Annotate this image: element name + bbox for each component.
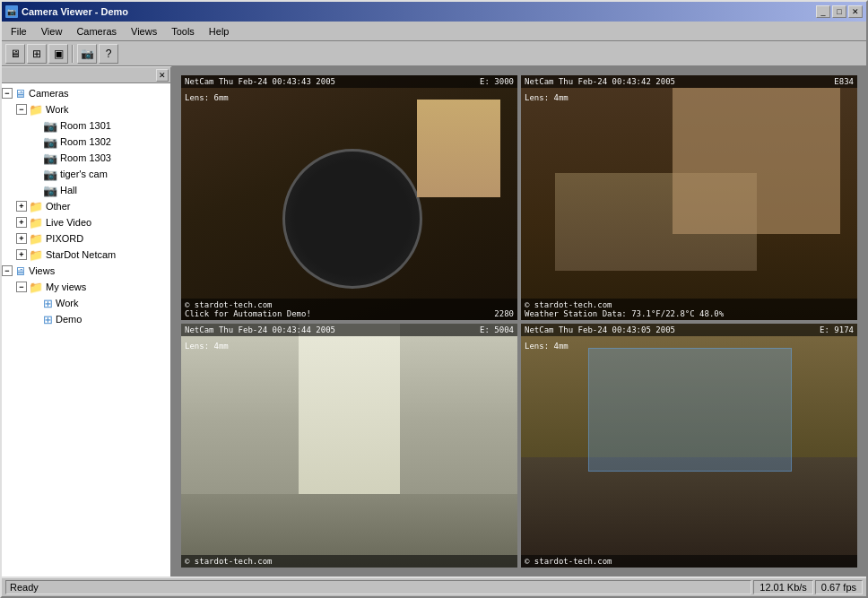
camera-scene-1 (181, 75, 517, 320)
cam-timestamp-4: NetCam Thu Feb-24 00:43:05 2005 (525, 325, 675, 334)
cam-bottom2-2: Weather Station Data: 73.1°F/22.8°C 48.0… (525, 309, 854, 318)
title-controls: _ □ ✕ (816, 5, 863, 18)
tree-node-work[interactable]: − 📁 Work (2, 101, 170, 117)
tree-node-room1301[interactable]: 📷 Room 1301 (2, 117, 170, 134)
camera-cell-3[interactable]: NetCam Thu Feb-24 00:43:44 2005 E: 5004 … (181, 324, 517, 568)
tree-node-hall[interactable]: 📷 Hall (2, 182, 170, 198)
camera-overlay-top-1: NetCam Thu Feb-24 00:43:43 2005 E: 3000 (181, 75, 517, 88)
cam-bottom1-4: © stardot-tech.com (525, 557, 854, 566)
tree-area: − 🖥 Cameras − 📁 Work 📷 Room (2, 83, 170, 576)
computer-icon-views: 🖥 (14, 264, 26, 278)
toolbar-btn-help[interactable]: ? (99, 44, 118, 64)
cam-exposure-3: E: 5004 (480, 325, 514, 334)
cam-lens-1: Lens: 6mm (185, 93, 229, 102)
expander-live-video[interactable]: + (16, 217, 27, 228)
title-bar: 📷 Camera Viewer - Demo _ □ ✕ (2, 2, 866, 22)
cam-timestamp-2: NetCam Thu Feb-24 00:43:42 2005 (525, 77, 675, 86)
folder-icon-my-views: 📁 (29, 281, 43, 294)
sidebar: ✕ − 🖥 Cameras − 📁 Work (2, 66, 172, 576)
window-title: Camera Viewer - Demo (22, 6, 128, 17)
expander-cameras[interactable]: − (2, 88, 13, 99)
close-button[interactable]: ✕ (848, 5, 863, 18)
cam-bottom1-2: © stardot-tech.com (525, 300, 854, 309)
camera-overlay-bottom-1: © stardot-tech.com Click for Automation … (181, 299, 517, 320)
cam-icon-1301: 📷 (43, 119, 57, 133)
toolbar-btn-camera[interactable]: 📷 (77, 44, 97, 64)
main-window: 📷 Camera Viewer - Demo _ □ ✕ File View C… (0, 0, 868, 598)
camera-overlay-top-4: NetCam Thu Feb-24 00:43:05 2005 E: 9174 (521, 324, 857, 336)
cam-bottom1-1: © stardot-tech.com (185, 300, 514, 309)
maximize-button[interactable]: □ (832, 5, 846, 18)
sidebar-header: ✕ (2, 67, 170, 83)
expander-stardot[interactable]: + (16, 249, 27, 260)
tree-label-room1301: Room 1301 (60, 120, 111, 131)
camera-overlay-top-2: NetCam Thu Feb-24 00:43:42 2005 E834 (521, 75, 857, 88)
tree-node-stardot[interactable]: + 📁 StarDot Netcam (2, 247, 170, 263)
cam-icon-1303: 📷 (43, 152, 57, 165)
tree-label-demo-view: Demo (56, 314, 82, 325)
tree-label-cameras: Cameras (29, 88, 69, 99)
tree-node-room1303[interactable]: 📷 Room 1303 (2, 150, 170, 166)
toolbar-separator (72, 45, 74, 63)
tree-node-demo-view[interactable]: ⊞ Demo (2, 311, 170, 327)
expander-pixord[interactable]: + (16, 233, 27, 244)
tree-label-work: Work (46, 104, 68, 115)
tree-node-live-video[interactable]: + 📁 Live Video (2, 214, 170, 230)
camera-grid: NetCam Thu Feb-24 00:43:43 2005 E: 3000 … (181, 75, 857, 568)
expander-my-views[interactable]: − (16, 282, 27, 292)
expander-work[interactable]: − (16, 104, 27, 115)
tree-label-tigers: tiger's cam (60, 169, 108, 179)
toolbar-btn-view[interactable]: ▣ (48, 44, 68, 64)
tree-label-hall: Hall (60, 185, 77, 195)
tree-label-room1302: Room 1302 (60, 136, 111, 147)
menu-file[interactable]: File (4, 22, 34, 40)
cam-lens-2: Lens: 4mm (525, 93, 569, 102)
menu-help[interactable]: Help (202, 22, 237, 40)
folder-icon-stardot: 📁 (29, 248, 43, 262)
cam-lens-4: Lens: 4mm (525, 342, 569, 351)
folder-icon-other: 📁 (29, 200, 43, 213)
camera-cell-2[interactable]: NetCam Thu Feb-24 00:43:42 2005 E834 Len… (521, 75, 857, 320)
tree-node-work-view[interactable]: ⊞ Work (2, 295, 170, 311)
folder-icon-pixord: 📁 (29, 232, 43, 246)
toolbar-btn-grid[interactable]: ⊞ (27, 44, 47, 64)
minimize-button[interactable]: _ (816, 5, 830, 18)
expander-views[interactable]: − (2, 265, 13, 276)
cam-icon-hall: 📷 (43, 184, 57, 197)
tree-node-other[interactable]: + 📁 Other (2, 198, 170, 214)
tree-node-views[interactable]: − 🖥 Views (2, 263, 170, 279)
toolbar-btn-monitor[interactable]: 🖥 (5, 44, 25, 64)
menu-view[interactable]: View (34, 22, 70, 40)
menu-views[interactable]: Views (124, 22, 164, 40)
status-text: Ready (5, 580, 751, 594)
camera-cell-4[interactable]: NetCam Thu Feb-24 00:43:05 2005 E: 9174 … (521, 324, 857, 568)
cam-exposure-4: E: 9174 (820, 325, 854, 334)
tree-node-cameras[interactable]: − 🖥 Cameras (2, 85, 170, 101)
cam-bottom1-3: © stardot-tech.com (185, 557, 514, 566)
tree-label-pixord: PIXORD (46, 233, 83, 244)
status-fps: 0.67 fps (815, 580, 863, 594)
cam-timestamp-1: NetCam Thu Feb-24 00:43:43 2005 (185, 77, 335, 86)
title-bar-left: 📷 Camera Viewer - Demo (5, 5, 128, 18)
tree-node-tigers-cam[interactable]: 📷 tiger's cam (2, 166, 170, 182)
main-content: ✕ − 🖥 Cameras − 📁 Work (2, 66, 866, 576)
camera-scene-4 (521, 324, 857, 568)
toolbar: 🖥 ⊞ ▣ 📷 ? (2, 41, 866, 66)
camera-cell-1[interactable]: NetCam Thu Feb-24 00:43:43 2005 E: 3000 … (181, 75, 517, 320)
menu-tools[interactable]: Tools (164, 22, 202, 40)
expander-other[interactable]: + (16, 201, 27, 212)
cam-number-1: 2280 (494, 309, 514, 318)
cam-exposure-2: E834 (834, 77, 854, 86)
tree-label-other: Other (46, 201, 71, 212)
tree-node-pixord[interactable]: + 📁 PIXORD (2, 230, 170, 247)
tree-label-my-views: My views (46, 282, 86, 292)
tree-node-my-views[interactable]: − 📁 My views (2, 279, 170, 295)
sidebar-close-button[interactable]: ✕ (156, 69, 169, 82)
camera-scene-3 (181, 324, 517, 568)
camera-overlay-bottom-3: © stardot-tech.com (181, 555, 517, 568)
tree-node-room1302[interactable]: 📷 Room 1302 (2, 134, 170, 150)
menu-cameras[interactable]: Cameras (69, 22, 124, 40)
tree-label-work-view: Work (56, 298, 78, 308)
camera-overlay-bottom-2: © stardot-tech.com Weather Station Data:… (521, 299, 857, 320)
window-icon: 📷 (5, 5, 18, 18)
